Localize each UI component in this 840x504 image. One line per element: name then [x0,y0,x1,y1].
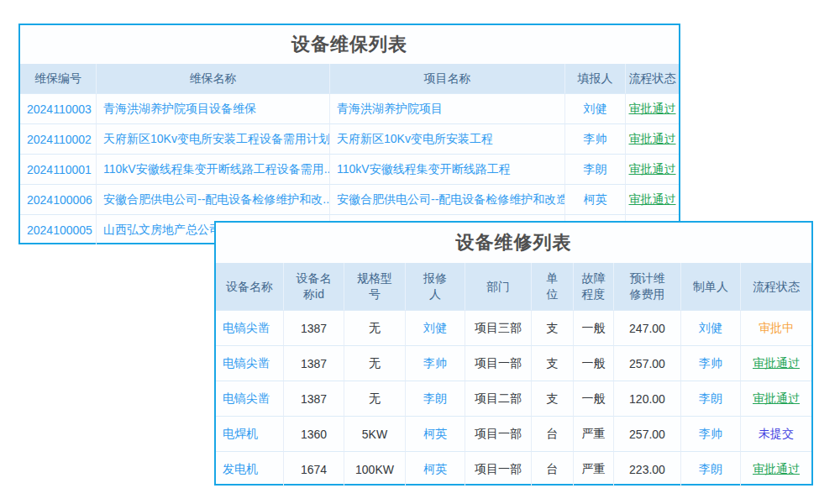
creator-link[interactable]: 李帅 [681,345,741,381]
device-name-link[interactable]: 电镐尖凿 [216,310,284,345]
unit-value: 台 [532,416,574,451]
severity-value: 严重 [574,451,614,486]
cost-value: 120.00 [614,381,681,416]
repair-table: 设备维修列表 设备名称 设备名称id 规格型号 报修人 部门 单位 故障程度 预… [214,221,813,486]
status-link[interactable]: 审批通过 [741,381,811,416]
severity-value: 一般 [574,345,614,381]
table-row: 电镐尖凿 1387 无 李朗 项目二部 支 一般 120.00 李朗 审批通过 [216,381,811,416]
table-row: 电焊机 1360 5KW 柯英 项目一部 台 严重 257.00 李帅 未提交 [216,416,811,451]
device-name-link[interactable]: 发电机 [216,451,284,486]
maintenance-code-link[interactable]: 2024100006 [20,184,97,214]
repair-reporter-link[interactable]: 刘健 [406,310,465,345]
maintenance-table-header: 维保编号 维保名称 项目名称 填报人 流程状态 [20,64,679,93]
maintenance-code-link[interactable]: 2024110002 [20,123,97,154]
header-device-id-label: 设备名称id [295,270,333,302]
unit-value: 支 [532,345,574,381]
device-id-value: 1387 [284,310,344,345]
maintenance-name-link[interactable]: 青海洪湖养护院项目设备维保 [97,93,330,123]
status-link[interactable]: 审批通过 [741,451,811,486]
maintenance-code-link[interactable]: 2024110003 [20,93,97,123]
creator-link[interactable]: 李帅 [681,416,741,451]
department-value: 项目二部 [465,381,532,416]
maintenance-code-link[interactable]: 2024110001 [20,154,97,184]
status-badge: 未提交 [741,416,811,451]
severity-value: 严重 [574,416,614,451]
reporter-name: 李朗 [565,154,626,184]
repair-reporter-link[interactable]: 柯英 [406,451,465,486]
table-row: 电镐尖凿 1387 无 李帅 项目一部 支 一般 257.00 李帅 审批通过 [216,345,811,381]
status-link[interactable]: 审批通过 [626,93,679,123]
header-unit: 单位 [532,263,574,310]
maintenance-table: 设备维保列表 维保编号 维保名称 项目名称 填报人 流程状态 202411000… [18,24,680,244]
table-row: 2024100006 安徽合肥供电公司--配电设备检修维护和改... 安徽合肥供… [20,184,679,214]
project-name-link[interactable]: 安徽合肥供电公司--配电设备检修维护和改造 [330,184,565,214]
cost-value: 247.00 [614,310,681,345]
table-row: 发电机 1674 100KW 柯英 项目一部 台 严重 223.00 李朗 审批… [216,451,811,486]
repair-reporter-link[interactable]: 柯英 [406,416,465,451]
header-reporter: 填报人 [565,64,626,93]
creator-link[interactable]: 李朗 [681,451,741,486]
header-estimated-cost-label: 预计维修费用 [628,270,667,302]
department-value: 项目一部 [465,345,532,381]
cost-value: 223.00 [614,451,681,486]
spec-value: 无 [344,381,406,416]
status-link[interactable]: 审批通过 [626,154,679,184]
department-value: 项目一部 [465,416,532,451]
device-name-link[interactable]: 电镐尖凿 [216,345,284,381]
repair-table-header: 设备名称 设备名称id 规格型号 报修人 部门 单位 故障程度 预计维修费用 制… [216,263,811,310]
severity-value: 一般 [574,310,614,345]
table-row: 电镐尖凿 1387 无 刘健 项目三部 支 一般 247.00 刘健 审批中 [216,310,811,345]
header-spec-model: 规格型号 [344,263,406,310]
header-flow-status: 流程状态 [626,64,679,93]
table-row: 2024110003 青海洪湖养护院项目设备维保 青海洪湖养护院项目 刘健 审批… [20,93,679,123]
status-link[interactable]: 审批通过 [626,184,679,214]
severity-value: 一般 [574,381,614,416]
header-unit-label: 单位 [546,270,559,302]
unit-value: 台 [532,451,574,486]
status-link[interactable]: 审批通过 [741,345,811,381]
spec-value: 无 [344,345,406,381]
creator-link[interactable]: 刘健 [681,310,741,345]
header-department-label: 部门 [486,279,510,295]
department-value: 项目三部 [465,310,532,345]
project-name-link[interactable]: 110kV安徽线程集变开断线路工程 [330,154,565,184]
unit-value: 支 [532,310,574,345]
device-name-link[interactable]: 电焊机 [216,416,284,451]
status-badge: 审批中 [741,310,811,345]
header-maintenance-name: 维保名称 [97,64,330,93]
spec-value: 5KW [344,416,406,451]
reporter-name: 柯英 [565,184,626,214]
header-device-name-label: 设备名称 [226,279,273,295]
device-name-link[interactable]: 电镐尖凿 [216,381,284,416]
repair-reporter-link[interactable]: 李朗 [406,381,465,416]
header-severity: 故障程度 [574,263,614,310]
header-creator-label: 制单人 [693,279,728,295]
department-value: 项目一部 [465,451,532,486]
header-repair-reporter: 报修人 [406,263,465,310]
project-name-link[interactable]: 天府新区10Kv变电所安装工程 [330,123,565,154]
maintenance-name-link[interactable]: 安徽合肥供电公司--配电设备检修维护和改... [97,184,330,214]
header-project-name: 项目名称 [330,64,565,93]
maintenance-name-link[interactable]: 110kV安徽线程集变开断线路工程设备需用... [97,154,330,184]
header-repair-reporter-label: 报修人 [422,270,449,302]
header-maintenance-code: 维保编号 [20,64,97,93]
creator-link[interactable]: 李朗 [681,381,741,416]
cost-value: 257.00 [614,416,681,451]
reporter-name: 刘健 [565,93,626,123]
header-severity-label: 故障程度 [580,270,607,302]
maintenance-name-link[interactable]: 天府新区10Kv变电所安装工程设备需用计划 [97,123,330,154]
device-id-value: 1674 [284,451,344,486]
unit-value: 支 [532,381,574,416]
project-name-link[interactable]: 青海洪湖养护院项目 [330,93,565,123]
header-spec-model-label: 规格型号 [355,270,394,302]
maintenance-table-title: 设备维保列表 [20,25,679,64]
maintenance-code-link[interactable]: 2024100005 [20,214,97,244]
header-repair-flow-status: 流程状态 [741,263,811,310]
device-id-value: 1387 [284,345,344,381]
header-creator: 制单人 [681,263,741,310]
header-department: 部门 [465,263,532,310]
repair-reporter-link[interactable]: 李帅 [406,345,465,381]
table-row: 2024110001 110kV安徽线程集变开断线路工程设备需用... 110k… [20,154,679,184]
status-link[interactable]: 审批通过 [626,123,679,154]
reporter-name: 李帅 [565,123,626,154]
